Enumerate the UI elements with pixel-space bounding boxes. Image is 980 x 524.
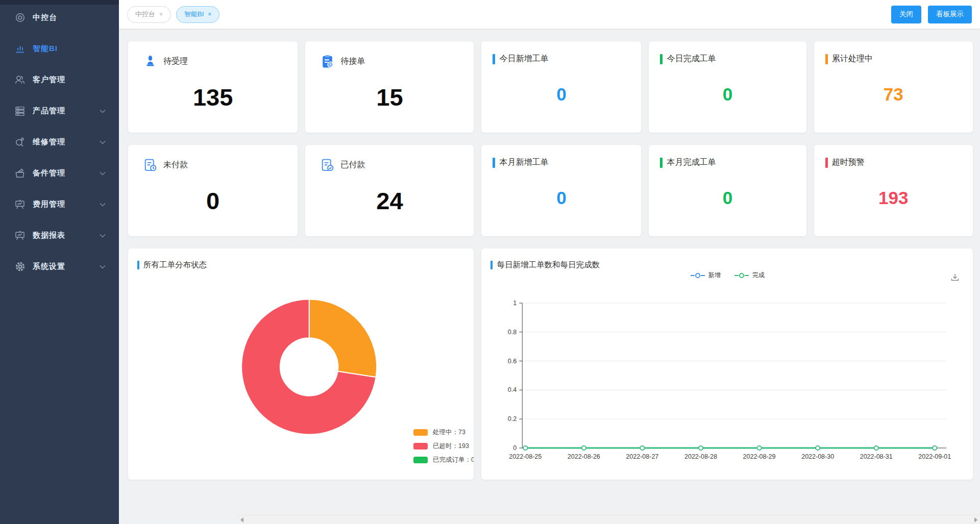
chevron-down-icon [100, 171, 106, 176]
sidebar-item-label: 智能BI [33, 44, 58, 54]
stat-value: 135 [128, 65, 298, 129]
pie-legend: 处理中：73已超时：193已完成订单：0 [413, 426, 474, 467]
data-point[interactable] [582, 446, 586, 450]
spare-parts-icon [14, 167, 26, 180]
close-button[interactable]: 关闭 [891, 6, 921, 23]
svg-text:2022-08-31: 2022-08-31 [860, 453, 893, 460]
data-point[interactable] [641, 446, 645, 450]
sidebar-item-repairs[interactable]: 维修管理 [0, 127, 119, 158]
line-legend-item[interactable]: 完成 [734, 271, 765, 280]
sidebar-item-label: 维修管理 [33, 137, 65, 147]
stat-value: 15 [305, 65, 474, 129]
pie-slice[interactable] [309, 299, 377, 377]
stat-card: 今日新增工单0 [481, 41, 641, 133]
scroll-left-arrow-icon[interactable] [240, 517, 243, 522]
chevron-down-icon [100, 265, 106, 269]
title-accent-bar [137, 261, 139, 269]
scroll-right-arrow-icon[interactable] [974, 517, 977, 522]
svg-text:2022-08-25: 2022-08-25 [509, 453, 542, 460]
legend-label: 处理中：73 [433, 428, 465, 437]
line-chart-title-text: 每日新增工单数和每日完成数 [497, 260, 600, 270]
svg-text:2022-08-29: 2022-08-29 [743, 453, 776, 460]
data-point[interactable] [816, 446, 820, 450]
pie-legend-item[interactable]: 已完成订单：0 [413, 453, 474, 467]
stat-value: 193 [814, 164, 973, 232]
sidebar-nav: 中控台智能BI客户管理产品管理维修管理备件管理费用管理数据报表系统设置 [0, 0, 119, 282]
legend-label: 已超时：193 [433, 442, 469, 451]
tab-label: 智能BI [184, 10, 204, 19]
customers-icon [14, 74, 26, 86]
sidebar-item-spare-parts[interactable]: 备件管理 [0, 158, 119, 189]
stat-value: 0 [481, 60, 641, 129]
stat-value: 73 [814, 60, 973, 129]
pie-chart-title-text: 所有工单分布状态 [143, 260, 207, 270]
pie-chart-title: 所有工单分布状态 [137, 260, 207, 270]
sidebar-item-expenses[interactable]: 费用管理 [0, 189, 119, 220]
stat-card: 已付款24 [305, 145, 474, 236]
data-point[interactable] [933, 446, 937, 450]
repair-icon [14, 136, 26, 148]
sidebar-item-customers[interactable]: 客户管理 [0, 64, 119, 95]
sidebar-item-reports[interactable]: 数据报表 [0, 220, 119, 251]
tab-bar: 中控台 × 智能BI × 关闭 看板展示 [119, 0, 980, 29]
data-point[interactable] [524, 446, 528, 450]
gear-icon [14, 261, 26, 273]
svg-text:2022-08-27: 2022-08-27 [626, 453, 659, 460]
line-legend-item[interactable]: 新增 [690, 271, 721, 280]
legend-label: 完成 [752, 271, 765, 280]
main-area: 中控台 × 智能BI × 关闭 看板展示 待受理135待接单15今日新增工单0今… [119, 0, 980, 524]
data-point[interactable] [874, 446, 878, 450]
legend-label: 已完成订单：0 [433, 456, 474, 464]
expense-board-icon [14, 198, 26, 211]
stat-card: 未付款0 [128, 145, 298, 236]
stat-value: 0 [128, 169, 298, 232]
stat-value: 24 [305, 169, 474, 232]
sidebar: 中控台智能BI客户管理产品管理维修管理备件管理费用管理数据报表系统设置 [0, 0, 119, 524]
download-icon[interactable] [949, 272, 961, 283]
sidebar-item-label: 备件管理 [33, 168, 65, 178]
stat-card: 本月新增工单0 [481, 145, 641, 236]
sidebar-item-settings[interactable]: 系统设置 [0, 251, 119, 282]
chevron-down-icon [100, 109, 106, 113]
board-display-button[interactable]: 看板展示 [928, 6, 972, 23]
data-point[interactable] [699, 446, 703, 450]
data-point[interactable] [757, 446, 762, 450]
sidebar-item-smart-bi[interactable]: 智能BI [0, 33, 119, 64]
tab-smart-bi[interactable]: 智能BI × [176, 6, 219, 23]
sidebar-item-label: 中控台 [33, 13, 57, 22]
chevron-down-icon [100, 203, 106, 207]
report-board-icon [14, 230, 26, 242]
svg-text:2022-08-26: 2022-08-26 [568, 453, 600, 460]
sidebar-item-label: 费用管理 [33, 199, 65, 209]
sidebar-item-label: 客户管理 [33, 75, 65, 85]
tab-console[interactable]: 中控台 × [127, 6, 171, 23]
svg-text:2022-08-30: 2022-08-30 [802, 453, 835, 460]
legend-swatch [413, 457, 428, 463]
stat-value: 0 [481, 164, 641, 232]
stat-card: 本月完成工单0 [649, 145, 806, 236]
line-chart-plot[interactable]: 00.20.40.60.812022-08-252022-08-262022-0… [481, 248, 973, 480]
sidebar-item-label: 数据报表 [33, 231, 65, 240]
svg-text:2022-09-01: 2022-09-01 [919, 453, 951, 460]
legend-swatch [413, 429, 428, 436]
close-tab-icon[interactable]: × [159, 11, 163, 18]
close-tab-icon[interactable]: × [208, 11, 211, 18]
sidebar-item-products[interactable]: 产品管理 [0, 95, 119, 127]
line-chart-title: 每日新增工单数和每日完成数 [491, 260, 600, 270]
stat-card: 待接单15 [305, 41, 474, 133]
svg-text:2022-08-28: 2022-08-28 [684, 453, 717, 460]
pie-chart-card: 所有工单分布状态 处理中：73已超时：193已完成订单：0 [128, 248, 474, 480]
stat-card: 超时预警193 [814, 145, 973, 236]
sidebar-item-label: 产品管理 [33, 106, 65, 116]
stat-card: 待受理135 [128, 41, 298, 133]
line-chart-card: 每日新增工单数和每日完成数 新增完成 00.20.40.60.812022-08… [481, 248, 973, 480]
pie-legend-item[interactable]: 处理中：73 [413, 426, 474, 439]
pie-legend-item[interactable]: 已超时：193 [413, 439, 474, 453]
horizontal-scrollbar[interactable] [238, 515, 980, 524]
dashboard-grid: 待受理135待接单15今日新增工单0今日完成工单0累计处理中73未付款0已付款2… [128, 41, 973, 480]
chevron-down-icon [100, 234, 106, 238]
products-icon [14, 105, 26, 117]
line-chart-legend: 新增完成 [481, 271, 973, 280]
sidebar-item-console[interactable]: 中控台 [0, 2, 119, 33]
bi-chart-icon [14, 43, 26, 55]
